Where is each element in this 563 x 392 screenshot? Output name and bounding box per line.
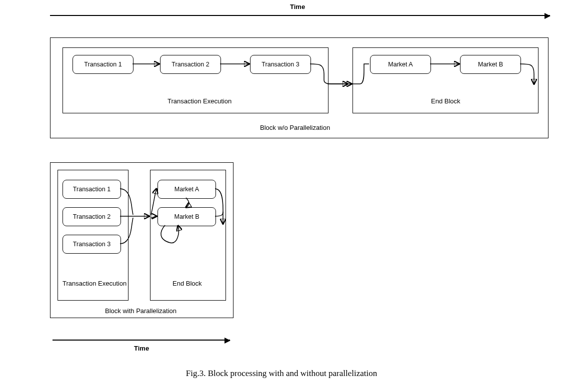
market-a-top: Market A bbox=[370, 55, 431, 74]
market-b-top: Market B bbox=[460, 55, 521, 74]
node-label: Market A bbox=[388, 61, 412, 68]
market-b-bottom: Market B bbox=[158, 207, 216, 226]
transaction-1-bottom: Transaction 1 bbox=[62, 180, 121, 199]
node-label: Transaction 2 bbox=[73, 213, 110, 220]
node-label: Transaction 3 bbox=[73, 241, 110, 248]
node-label: Market A bbox=[174, 186, 199, 193]
node-label: Market B bbox=[478, 61, 503, 68]
node-label: Transaction 2 bbox=[172, 61, 209, 68]
figure-caption: Fig.3. Block processing with and without… bbox=[0, 369, 563, 379]
end-block-label-top: End Block bbox=[431, 97, 460, 105]
transaction-execution-label-top: Transaction Execution bbox=[168, 97, 232, 105]
transaction-1-top: Transaction 1 bbox=[72, 55, 134, 74]
node-label: Market B bbox=[174, 213, 199, 220]
block-with-parallelization-title: Block with Parallelization bbox=[105, 307, 176, 315]
block-without-parallelization-title: Block w/o Parallelization bbox=[260, 124, 330, 131]
transaction-3-bottom: Transaction 3 bbox=[62, 235, 121, 254]
transaction-2-bottom: Transaction 2 bbox=[62, 207, 121, 226]
time-axis-top bbox=[50, 15, 550, 16]
end-block-label-bottom: End Block bbox=[172, 280, 202, 287]
time-axis-bottom bbox=[52, 340, 230, 341]
transaction-3-top: Transaction 3 bbox=[250, 55, 311, 74]
time-label-bottom: Time bbox=[134, 345, 149, 352]
node-label: Transaction 1 bbox=[84, 61, 122, 68]
transaction-execution-label-bottom: Transaction Execution bbox=[62, 280, 126, 287]
time-label-top: Time bbox=[290, 3, 305, 10]
node-label: Transaction 3 bbox=[262, 61, 299, 68]
figure-canvas: Time Transaction 1 Transaction 2 Transac… bbox=[0, 0, 563, 392]
market-a-bottom: Market A bbox=[158, 180, 216, 199]
transaction-2-top: Transaction 2 bbox=[160, 55, 221, 74]
node-label: Transaction 1 bbox=[73, 186, 110, 193]
